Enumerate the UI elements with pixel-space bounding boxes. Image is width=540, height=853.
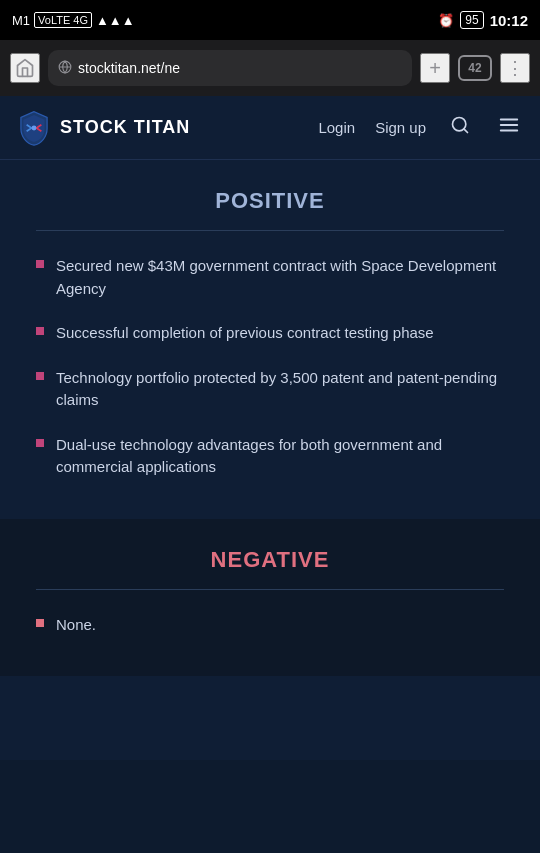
- svg-line-4: [464, 129, 468, 133]
- site-header: STOCK TITAN Login Sign up: [0, 96, 540, 160]
- main-content: Positive Secured new $43M government con…: [0, 160, 540, 760]
- search-button[interactable]: [446, 111, 474, 144]
- signal-icon: ▲▲▲: [96, 13, 135, 28]
- browser-menu-button[interactable]: ⋮: [500, 53, 530, 83]
- bullet-icon: [36, 260, 44, 268]
- list-item: None.: [36, 614, 504, 637]
- bullet-icon: [36, 439, 44, 447]
- positive-title: Positive: [36, 188, 504, 214]
- list-item: Successful completion of previous contra…: [36, 322, 504, 345]
- status-bar: M1 VoLTE 4G ▲▲▲ ⏰ 95 10:12: [0, 0, 540, 40]
- status-right: ⏰ 95 10:12: [438, 11, 528, 29]
- browser-bar: stocktitan.net/ne + 42 ⋮: [0, 40, 540, 96]
- list-item: Secured new $43M government contract wit…: [36, 255, 504, 300]
- svg-point-2: [32, 125, 37, 130]
- header-nav: Login Sign up: [318, 110, 524, 146]
- browser-url-bar[interactable]: stocktitan.net/ne: [48, 50, 412, 86]
- list-item: Technology portfolio protected by 3,500 …: [36, 367, 504, 412]
- url-text: stocktitan.net/ne: [78, 60, 402, 76]
- network-label: VoLTE 4G: [34, 12, 92, 28]
- positive-section: Positive Secured new $43M government con…: [0, 160, 540, 519]
- negative-section: Negative None.: [0, 519, 540, 677]
- list-item: Dual-use technology advantages for both …: [36, 434, 504, 479]
- positive-divider: [36, 230, 504, 231]
- positive-list: Secured new $43M government contract wit…: [36, 255, 504, 479]
- logo-text: STOCK TITAN: [60, 117, 190, 138]
- browser-new-tab-button[interactable]: +: [420, 53, 450, 83]
- browser-home-button[interactable]: [10, 53, 40, 83]
- login-link[interactable]: Login: [318, 119, 355, 136]
- status-left: M1 VoLTE 4G ▲▲▲: [12, 12, 135, 28]
- bullet-icon: [36, 619, 44, 627]
- logo-icon: [16, 110, 52, 146]
- alarm-icon: ⏰: [438, 13, 454, 28]
- bullet-icon: [36, 327, 44, 335]
- url-security-icon: [58, 60, 72, 77]
- negative-title: Negative: [36, 547, 504, 573]
- logo-container[interactable]: STOCK TITAN: [16, 110, 190, 146]
- carrier-label: M1: [12, 13, 30, 28]
- bullet-icon: [36, 372, 44, 380]
- tab-count-label: 42: [468, 61, 481, 75]
- negative-divider: [36, 589, 504, 590]
- negative-list: None.: [36, 614, 504, 637]
- hamburger-menu-button[interactable]: [494, 110, 524, 146]
- battery-indicator: 95: [460, 11, 483, 29]
- browser-tabs-button[interactable]: 42: [458, 55, 492, 81]
- battery-percent: 95: [460, 11, 483, 29]
- signup-link[interactable]: Sign up: [375, 119, 426, 136]
- time-label: 10:12: [490, 12, 528, 29]
